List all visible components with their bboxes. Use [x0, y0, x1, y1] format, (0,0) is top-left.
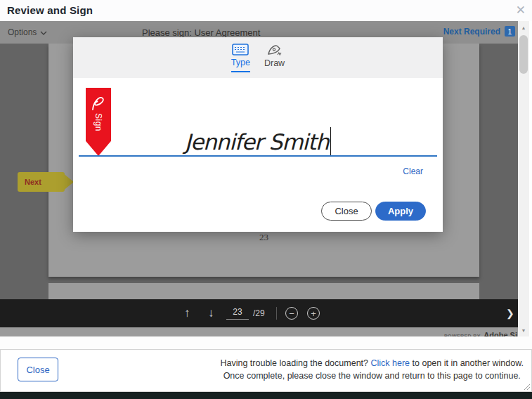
adobe-brand-text: Adobe Si	[484, 331, 517, 336]
signature-text: Jennifer Smith	[185, 129, 329, 155]
resize-handle[interactable]	[523, 383, 530, 390]
required-count-badge: 1	[505, 26, 515, 37]
signature-tab-bar: Type Draw	[73, 37, 443, 78]
window-title-bar: Review and Sign ✕	[0, 0, 532, 21]
page-total-label: /29	[253, 299, 265, 327]
keyboard-icon	[232, 44, 249, 55]
help-line1-text: Having trouble loading the document?	[220, 358, 370, 368]
signature-canvas-area: Sign Jennifer Smith Clear Close Apply	[73, 78, 443, 232]
tab-type[interactable]: Type	[231, 44, 250, 72]
review-and-sign-window: Review and Sign ✕ Options Please sign: U…	[0, 0, 532, 399]
options-label: Options	[8, 27, 37, 37]
powered-by-strip: POWERED BY Adobe Si	[0, 327, 518, 336]
next-field-tag[interactable]: Next	[18, 172, 65, 192]
text-caret	[330, 127, 332, 157]
next-required-label: Next Required	[443, 27, 500, 37]
click-here-link[interactable]: Click here	[371, 358, 410, 368]
scrollbar-up-icon[interactable]: ▲	[518, 22, 529, 33]
footer-close-button[interactable]: Close	[18, 358, 58, 381]
apply-signature-button[interactable]: Apply	[375, 202, 426, 221]
tab-draw[interactable]: Draw	[264, 44, 285, 72]
sign-prompt-text: Please sign: User Agreement	[142, 27, 260, 38]
chevron-down-icon	[40, 31, 47, 35]
signature-baseline	[79, 155, 437, 157]
page-number-text: 23	[48, 232, 479, 243]
scrollbar-thumb[interactable]	[519, 35, 528, 74]
minus-circle-icon: −	[285, 307, 298, 320]
page-number-input[interactable]: 23	[226, 299, 249, 327]
document-scrollbar[interactable]: ▲ ▼	[518, 21, 529, 337]
window-close-icon[interactable]: ✕	[516, 3, 526, 18]
footer-help-text: Having trouble loading the document? Cli…	[220, 357, 524, 382]
pdf-navigation-toolbar: ↑ ↓ 23 /29 − + ❯	[0, 299, 518, 327]
arrow-up-icon: ↑	[184, 306, 190, 320]
window-title: Review and Sign	[7, 4, 93, 16]
arrow-down-icon: ↓	[208, 306, 214, 320]
help-line2-text: Once complete, please close the window a…	[223, 371, 521, 381]
clear-signature-link[interactable]: Clear	[403, 166, 423, 176]
plus-circle-icon: +	[307, 307, 320, 320]
scrollbar-down-icon[interactable]: ▼	[518, 325, 529, 336]
next-required-button[interactable]: Next Required 1	[443, 26, 515, 37]
next-page-button[interactable]: ↓	[208, 299, 214, 327]
bottom-window-edge	[0, 392, 532, 399]
modal-close-button[interactable]: Close	[321, 202, 372, 221]
toolbar-divider	[276, 307, 277, 320]
pen-icon	[266, 44, 283, 56]
zoom-out-button[interactable]: −	[285, 299, 298, 327]
document-next-page	[48, 283, 479, 299]
signature-modal: Type Draw Sign Jennifer Smith	[73, 37, 443, 232]
adobe-logo-icon	[89, 93, 108, 112]
next-tag-label: Next	[18, 178, 41, 186]
iframe-bottom-gap	[0, 336, 532, 349]
zoom-in-button[interactable]: +	[307, 299, 320, 327]
footer-panel: Close Having trouble loading the documen…	[0, 349, 532, 392]
previous-page-button[interactable]: ↑	[184, 299, 190, 327]
more-tools-chevron[interactable]: ❯	[506, 299, 514, 327]
options-menu-button[interactable]: Options	[8, 27, 47, 37]
help-line1-rest: to open it in another window.	[410, 358, 524, 368]
next-tag-arrow-tip	[63, 173, 74, 191]
signature-input[interactable]: Jennifer Smith	[73, 127, 443, 157]
